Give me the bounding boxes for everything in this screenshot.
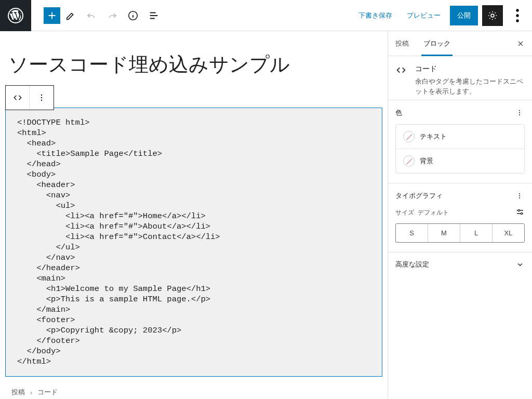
edit-tool-button[interactable] <box>60 5 81 26</box>
font-size-m[interactable]: M <box>428 224 460 242</box>
svg-point-4 <box>516 14 518 17</box>
chevron-right-icon: › <box>30 389 32 396</box>
more-menu-button[interactable] <box>507 5 528 26</box>
code-block[interactable]: <!DOCTYPE html> <html> <head> <title>Sam… <box>5 108 382 377</box>
font-size-l[interactable]: L <box>460 224 492 242</box>
chevron-down-icon <box>515 260 525 269</box>
settings-toggle-button[interactable] <box>482 5 503 26</box>
font-size-value: デフォルト <box>418 209 449 216</box>
preview-button[interactable]: プレビュー <box>402 7 446 24</box>
close-sidebar-button[interactable] <box>509 39 532 48</box>
kebab-icon <box>515 109 524 117</box>
pencil-icon <box>65 10 76 21</box>
sliders-icon <box>515 207 525 217</box>
advanced-panel-title: 高度な設定 <box>395 260 429 269</box>
kebab-icon <box>515 192 524 200</box>
code-icon <box>395 64 407 76</box>
info-icon <box>127 10 139 21</box>
kebab-icon <box>36 92 47 103</box>
font-size-s[interactable]: S <box>396 224 428 242</box>
swatch-none-icon <box>403 131 415 142</box>
block-toolbar <box>5 85 54 110</box>
svg-point-2 <box>491 14 494 17</box>
tab-post[interactable]: 投稿 <box>388 31 416 56</box>
svg-point-3 <box>516 9 518 11</box>
undo-icon <box>86 10 97 21</box>
breadcrumb-root[interactable]: 投稿 <box>11 388 25 397</box>
post-title-input[interactable]: ソースコード埋め込みサンプル <box>5 52 382 77</box>
typography-panel-title: タイポグラフィ <box>395 191 443 201</box>
swatch-none-icon <box>403 155 415 167</box>
color-background-label: 背景 <box>420 156 433 166</box>
wp-logo-button[interactable] <box>0 0 31 31</box>
outline-button[interactable] <box>143 5 164 26</box>
svg-point-15 <box>518 209 520 211</box>
svg-point-7 <box>41 97 42 98</box>
advanced-panel[interactable]: 高度な設定 <box>388 252 532 278</box>
color-panel: 色 テキスト 背景 <box>388 100 532 183</box>
font-size-label: サイズ <box>395 209 414 216</box>
svg-point-8 <box>41 100 42 101</box>
editor-canvas: ソースコード埋め込みサンプル <!DOCTYPE html> <html> <h… <box>0 31 388 399</box>
undo-button[interactable] <box>81 5 102 26</box>
tab-block[interactable]: ブロック <box>416 31 458 56</box>
kebab-icon <box>507 5 528 26</box>
redo-icon <box>107 10 118 21</box>
typography-panel-options[interactable] <box>514 191 525 201</box>
sidebar-tabs: 投稿 ブロック <box>388 31 532 56</box>
close-icon <box>516 39 525 48</box>
color-background-button[interactable]: 背景 <box>396 149 524 173</box>
add-block-button[interactable] <box>44 7 60 24</box>
color-panel-options[interactable] <box>514 108 525 118</box>
plus-icon <box>46 10 58 21</box>
svg-point-9 <box>519 110 520 111</box>
svg-point-6 <box>41 95 42 96</box>
code-icon <box>12 92 23 103</box>
top-toolbar: 下書き保存 プレビュー 公開 <box>0 0 532 31</box>
settings-sidebar: 投稿 ブロック コード 余白やタグを考慮したコードスニペットを表示します。 色 <box>388 31 532 399</box>
block-breadcrumb: 投稿 › コード <box>11 388 58 397</box>
svg-point-11 <box>519 114 520 115</box>
svg-point-5 <box>516 19 518 22</box>
block-identity: コード 余白やタグを考慮したコードスニペットを表示します。 <box>388 56 532 100</box>
block-name: コード <box>415 64 525 74</box>
block-more-button[interactable] <box>30 86 54 110</box>
gear-icon <box>487 10 498 21</box>
font-size-custom-toggle[interactable] <box>515 207 525 218</box>
svg-point-13 <box>519 195 520 196</box>
font-size-xl[interactable]: XL <box>492 224 524 242</box>
typography-panel: タイポグラフィ サイズ デフォルト S M L XL <box>388 183 532 252</box>
block-description: 余白やタグを考慮したコードスニペットを表示します。 <box>415 77 525 97</box>
svg-point-14 <box>519 197 520 198</box>
color-panel-title: 色 <box>395 108 402 117</box>
svg-point-10 <box>519 112 520 113</box>
save-draft-button[interactable]: 下書き保存 <box>353 7 397 24</box>
color-text-button[interactable]: テキスト <box>396 125 524 149</box>
redo-button[interactable] <box>102 5 123 26</box>
svg-point-16 <box>521 212 522 214</box>
svg-point-12 <box>519 193 520 194</box>
block-type-button[interactable] <box>6 86 30 110</box>
font-size-group: S M L XL <box>395 223 525 243</box>
wordpress-icon <box>7 7 24 24</box>
publish-button[interactable]: 公開 <box>450 6 478 25</box>
list-icon <box>148 10 159 21</box>
breadcrumb-current[interactable]: コード <box>37 388 58 397</box>
info-button[interactable] <box>123 5 143 26</box>
color-text-label: テキスト <box>420 132 447 141</box>
